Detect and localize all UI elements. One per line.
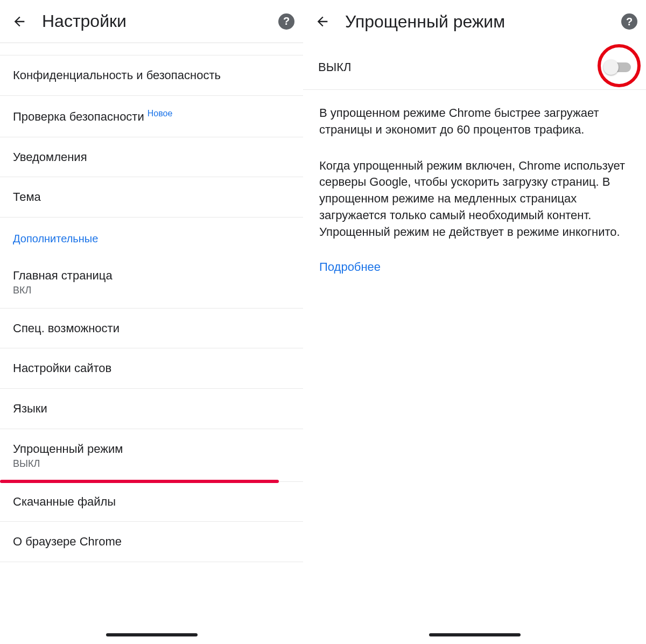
help-button[interactable]: ? bbox=[278, 13, 294, 30]
settings-row-label: Конфиденциальность и безопасность bbox=[13, 68, 221, 82]
help-button[interactable]: ? bbox=[621, 13, 637, 30]
description-paragraph-2: Когда упрощенный режим включен, Chrome и… bbox=[319, 158, 630, 241]
settings-row-site-settings[interactable]: Настройки сайтов bbox=[0, 348, 303, 389]
settings-screen: Настройки ? Адреса и другие данные Конфи… bbox=[0, 0, 303, 644]
settings-row-label: Проверка безопасностиНовое bbox=[13, 110, 172, 123]
page-title: Настройки bbox=[42, 11, 278, 31]
lite-mode-description: В упрощенном режиме Chrome быстрее загру… bbox=[303, 90, 646, 241]
settings-row-label: Упрощенный режим bbox=[13, 441, 290, 457]
lite-mode-toggle-row: ВЫКЛ bbox=[303, 43, 646, 90]
settings-row-lite-mode[interactable]: Упрощенный режим ВЫКЛ bbox=[0, 429, 303, 481]
description-paragraph-1: В упрощенном режиме Chrome быстрее загру… bbox=[319, 105, 630, 138]
page-title: Упрощенный режим bbox=[345, 12, 621, 32]
lite-mode-screen: Упрощенный режим ? ВЫКЛ В упрощенном реж… bbox=[303, 0, 646, 644]
back-button[interactable] bbox=[9, 11, 30, 32]
help-icon: ? bbox=[626, 16, 633, 28]
help-icon: ? bbox=[283, 15, 290, 27]
settings-row-languages[interactable]: Языки bbox=[0, 389, 303, 429]
toggle-knob bbox=[603, 60, 619, 75]
settings-row-theme[interactable]: Тема bbox=[0, 177, 303, 218]
settings-row-label: Скачанные файлы bbox=[13, 495, 116, 508]
arrow-left-icon bbox=[12, 14, 27, 29]
section-header-advanced: Дополнительные bbox=[0, 218, 303, 256]
settings-row-downloads[interactable]: Скачанные файлы bbox=[0, 481, 303, 522]
settings-row-about-chrome[interactable]: О браузере Chrome bbox=[0, 522, 303, 562]
settings-row-label: Уведомления bbox=[13, 150, 87, 164]
new-badge: Новое bbox=[148, 109, 173, 118]
lite-mode-toggle[interactable] bbox=[605, 62, 631, 72]
gesture-nav-pill[interactable] bbox=[429, 633, 521, 636]
settings-row[interactable]: Адреса и другие данные bbox=[0, 43, 303, 55]
appbar: Настройки ? bbox=[0, 0, 303, 43]
settings-row-label: Языки bbox=[13, 402, 47, 415]
learn-more-link[interactable]: Подробнее bbox=[303, 260, 397, 274]
gesture-nav-pill[interactable] bbox=[106, 633, 198, 636]
settings-row-safety-check[interactable]: Проверка безопасностиНовое bbox=[0, 96, 303, 137]
settings-row-homepage[interactable]: Главная страница ВКЛ bbox=[0, 256, 303, 309]
settings-row-accessibility[interactable]: Спец. возможности bbox=[0, 309, 303, 349]
settings-row-label: Тема bbox=[13, 190, 41, 204]
arrow-left-icon bbox=[315, 14, 330, 29]
settings-row-notifications[interactable]: Уведомления bbox=[0, 137, 303, 178]
toggle-label: ВЫКЛ bbox=[318, 60, 605, 74]
settings-row-sub: ВЫКЛ bbox=[13, 458, 290, 470]
settings-row-label: О браузере Chrome bbox=[13, 535, 122, 548]
highlight-underline bbox=[0, 480, 279, 483]
appbar: Упрощенный режим ? bbox=[303, 0, 646, 43]
settings-row-label: Главная страница bbox=[13, 268, 290, 284]
settings-row-sub: ВКЛ bbox=[13, 285, 290, 296]
settings-row-label: Настройки сайтов bbox=[13, 361, 111, 375]
settings-row-label: Спец. возможности bbox=[13, 321, 120, 335]
back-button[interactable] bbox=[312, 11, 333, 32]
settings-list: Адреса и другие данные Конфиденциальност… bbox=[0, 43, 303, 562]
settings-row-privacy[interactable]: Конфиденциальность и безопасность bbox=[0, 55, 303, 96]
